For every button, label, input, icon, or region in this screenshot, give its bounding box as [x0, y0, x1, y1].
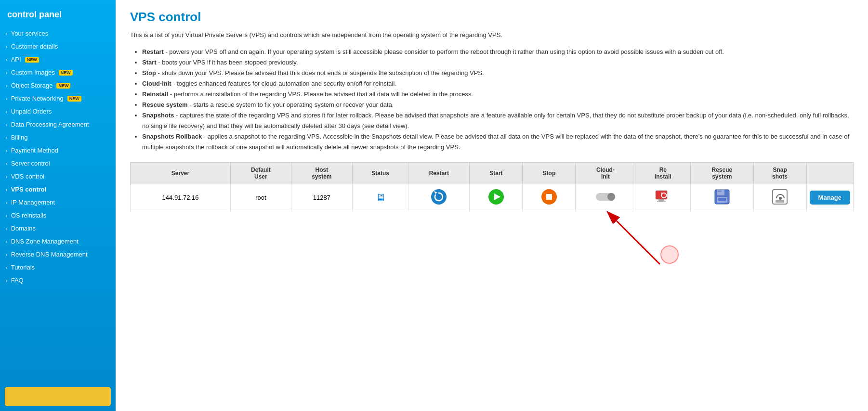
- page-title: VPS control: [130, 10, 854, 25]
- intro-paragraph: This is a list of your Virtual Private S…: [130, 30, 854, 40]
- sidebar-item-ip-management[interactable]: › IP Management: [0, 196, 116, 209]
- arrow-icon: ›: [6, 187, 8, 193]
- arrow-icon: ›: [6, 96, 8, 102]
- col-default-user: DefaultUser: [231, 163, 291, 184]
- restart-icon[interactable]: [431, 189, 447, 205]
- cell-host-system: 11287: [291, 184, 352, 211]
- stop-icon[interactable]: [541, 189, 557, 205]
- new-badge: NEW: [59, 70, 73, 76]
- arrow-icon: ›: [6, 174, 8, 180]
- arrow-icon: ›: [6, 265, 8, 270]
- col-manage: [806, 163, 853, 184]
- svg-point-26: [779, 197, 782, 200]
- svg-rect-17: [658, 199, 664, 201]
- red-arrow-svg: [592, 211, 689, 269]
- bullet-rescue-system: Rescue system - starts a rescue system t…: [142, 100, 854, 110]
- rescue-icon[interactable]: [713, 188, 731, 206]
- sidebar-item-dns-zone-management[interactable]: › DNS Zone Management: [0, 235, 116, 248]
- cell-restart[interactable]: [408, 184, 470, 211]
- cell-manage[interactable]: Manage: [806, 184, 853, 211]
- feature-list: Restart - powers your VPS off and on aga…: [130, 47, 854, 153]
- sidebar-item-domains[interactable]: › Domains: [0, 222, 116, 235]
- arrow-annotation: [130, 211, 854, 269]
- col-cloud-init: Cloud-Init: [576, 163, 635, 184]
- cell-cloud-init[interactable]: [576, 184, 635, 211]
- table-row: 144.91.72.16 root 11287 🖥: [131, 184, 854, 211]
- arrow-icon: ›: [6, 70, 8, 76]
- svg-point-30: [661, 246, 678, 263]
- arrow-icon: ›: [6, 109, 8, 115]
- sidebar: control panel › Your services › Customer…: [0, 0, 116, 411]
- arrow-icon: ›: [6, 239, 8, 244]
- sidebar-item-object-storage[interactable]: › Object Storage NEW: [0, 79, 116, 92]
- sidebar-item-payment-method[interactable]: › Payment Method: [0, 144, 116, 157]
- col-stop: Stop: [523, 163, 576, 184]
- sidebar-item-vds-control[interactable]: › VDS control: [0, 170, 116, 183]
- arrow-icon: ›: [6, 135, 8, 141]
- sidebar-item-tutorials[interactable]: › Tutorials: [0, 261, 116, 274]
- cell-status[interactable]: 🖥: [352, 184, 408, 211]
- svg-line-29: [617, 221, 660, 264]
- sidebar-item-your-services[interactable]: › Your services: [0, 27, 116, 40]
- sidebar-item-os-reinstalls[interactable]: › OS reinstalls: [0, 209, 116, 222]
- new-badge: NEW: [56, 83, 70, 89]
- bullet-restart: Restart - powers your VPS off and on aga…: [142, 47, 854, 57]
- col-server: Server: [131, 163, 231, 184]
- sidebar-item-reverse-dns-management[interactable]: › Reverse DNS Management: [0, 248, 116, 261]
- arrow-icon: ›: [6, 31, 8, 37]
- col-host-system: Hostsystem: [291, 163, 352, 184]
- arrow-icon: ›: [6, 148, 8, 154]
- svg-rect-13: [546, 194, 552, 200]
- sidebar-item-faq[interactable]: › FAQ: [0, 274, 116, 287]
- arrow-icon: ›: [6, 200, 8, 206]
- sidebar-title: control panel: [0, 5, 116, 27]
- svg-rect-18: [657, 201, 666, 202]
- arrow-icon: ›: [6, 252, 8, 257]
- bullet-cloud-init: Cloud-init - toggles enhanced features f…: [142, 78, 854, 89]
- svg-point-8: [431, 189, 447, 205]
- arrow-icon: ›: [6, 226, 8, 231]
- col-reinstall: Reinstall: [635, 163, 691, 184]
- sidebar-item-billing[interactable]: › Billing: [0, 131, 116, 144]
- sidebar-item-api[interactable]: › API NEW: [0, 53, 116, 66]
- cell-reinstall[interactable]: [635, 184, 691, 211]
- bullet-reinstall: Reinstall - performs a reinstallation of…: [142, 89, 854, 100]
- new-badge: NEW: [67, 96, 81, 102]
- cell-start[interactable]: [470, 184, 523, 211]
- monitor-icon: 🖥: [375, 192, 386, 204]
- sidebar-item-data-processing-agreement[interactable]: › Data Processing Agreement: [0, 118, 116, 131]
- vps-table: Server DefaultUser Hostsystem Status Res…: [130, 162, 854, 211]
- cell-default-user: root: [231, 184, 291, 211]
- bullet-snapshots-rollback: Snapshots Rollback - applies a snapshot …: [142, 131, 854, 153]
- svg-rect-22: [718, 191, 722, 192]
- arrow-icon: ›: [6, 83, 8, 89]
- sidebar-item-custom-images[interactable]: › Custom Images NEW: [0, 66, 116, 79]
- cell-server-ip: 144.91.72.16: [131, 184, 231, 211]
- bullet-snapshots: Snapshots - captures the state of the re…: [142, 110, 854, 131]
- cloud-init-icon[interactable]: [596, 191, 615, 203]
- bullet-start: Start - boots your VPS if it has been st…: [142, 57, 854, 68]
- arrow-icon: ›: [6, 213, 8, 218]
- col-rescue-system: Rescuesystem: [691, 163, 753, 184]
- svg-point-15: [607, 193, 615, 201]
- sidebar-nav: › Your services › Customer details › API…: [0, 27, 116, 382]
- sidebar-item-server-control[interactable]: › Server control: [0, 157, 116, 170]
- cell-rescue-system[interactable]: [691, 184, 753, 211]
- arrow-icon: ›: [6, 57, 8, 63]
- manage-button[interactable]: Manage: [810, 191, 850, 205]
- snapshot-icon[interactable]: [772, 189, 788, 205]
- start-icon[interactable]: [488, 189, 504, 205]
- arrow-icon: ›: [6, 161, 8, 167]
- sidebar-item-unpaid-orders[interactable]: › Unpaid Orders: [0, 105, 116, 118]
- sidebar-item-private-networking[interactable]: › Private Networking NEW: [0, 92, 116, 105]
- sidebar-item-customer-details[interactable]: › Customer details: [0, 40, 116, 53]
- cell-snapshots[interactable]: [753, 184, 806, 211]
- arrow-icon: ›: [6, 122, 8, 128]
- sidebar-item-vps-control[interactable]: › VPS control: [0, 183, 116, 196]
- cell-stop[interactable]: [523, 184, 576, 211]
- col-snapshots: Snapshots: [753, 163, 806, 184]
- reinstall-icon[interactable]: [654, 188, 671, 206]
- main-content: VPS control This is a list of your Virtu…: [116, 0, 868, 411]
- svg-rect-27: [776, 200, 784, 203]
- arrow-icon: ›: [6, 44, 8, 50]
